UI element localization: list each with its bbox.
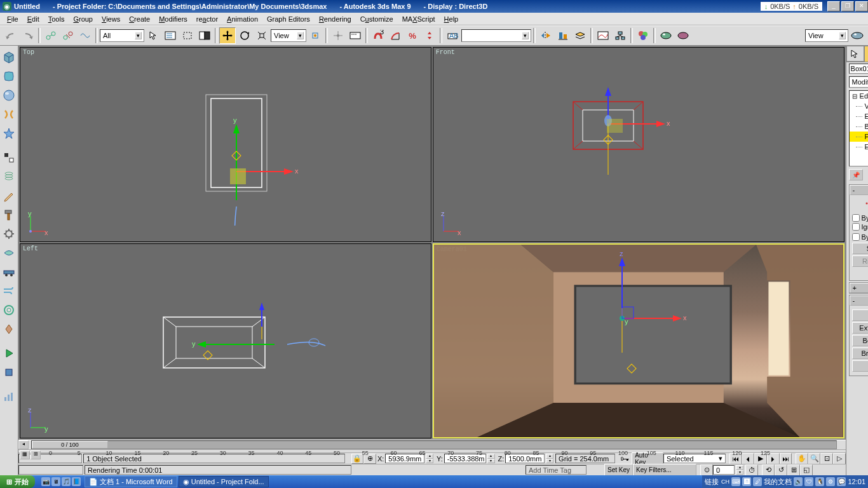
reactor-misc2-icon[interactable] [0,244,18,262]
viewport-nav-orbit[interactable]: ⟲ [762,464,775,476]
frame-spinner[interactable]: ▴▾ [736,465,743,475]
menu-tools[interactable]: Tools [44,14,69,24]
modify-tab[interactable] [864,46,868,62]
menu-views[interactable]: Views [97,14,125,24]
tray-link-label[interactable]: 链接 [705,477,719,487]
bind-spacewarp-button[interactable] [77,27,93,44]
reactor-stop-icon[interactable] [0,363,18,381]
named-selection-dropdown[interactable] [461,29,531,42]
pivot-center-button[interactable] [307,27,323,44]
bridge-button[interactable]: Bridge [852,348,868,359]
start-button[interactable]: ⊞ 开始 [0,475,35,488]
prev-frame-button[interactable]: ⏴ [742,453,755,464]
viewport-left[interactable]: Left yz yz [20,243,431,438]
stack-edge[interactable]: Edge [850,111,868,121]
viewport-top[interactable]: Top xy xy [20,47,431,242]
reactor-misc4-icon[interactable] [0,320,18,338]
stack-polygon[interactable]: Polygon [850,132,868,142]
curve-editor-button[interactable] [595,27,611,44]
menu-file[interactable]: File [3,14,23,24]
menu-rendering[interactable]: Rendering [315,14,356,24]
rotate-button[interactable] [236,27,253,44]
align-button[interactable] [555,27,571,44]
ruler-btn1[interactable]: ▦ [20,451,30,459]
by-vertex-checkbox[interactable] [852,214,860,222]
menu-create[interactable]: Create [125,14,154,24]
time-slider[interactable]: ◂ 0 / 100 [18,440,846,449]
tray-icon[interactable]: 🖊 [753,477,762,486]
tray-icon[interactable]: 🐧 [815,477,824,486]
task-item-3dsmax[interactable]: ◉Untitled - Project Fold... [179,476,269,487]
viewport-nav-zoom-all[interactable]: ⊡ [820,453,833,464]
viewport-nav-pan[interactable]: ✋ [796,453,808,464]
reactor-analyze-icon[interactable] [0,388,18,405]
stack-root[interactable]: Editable Poly [850,91,868,101]
undo-button[interactable] [3,27,19,44]
reactor-gear-icon[interactable] [0,225,18,243]
extrude-button[interactable]: Extrude [852,322,868,334]
unlink-button[interactable] [60,27,76,44]
reactor-car-icon[interactable] [0,263,18,281]
subobj-vertex-icon[interactable] [863,200,868,212]
menu-help[interactable]: Help [440,14,463,24]
modifier-stack[interactable]: Editable Poly Vertex Edge Border Polygon… [849,90,868,166]
time-ruler[interactable]: ▦ ⊞ 051015202530354045505560657075808590… [18,449,846,452]
y-spinner[interactable]: ▴▾ [487,454,495,463]
set-key-button[interactable]: Set Key [604,464,633,477]
task-item-word[interactable]: 📄文档 1 - Microsoft Word [85,476,177,487]
key-mode-dropdown[interactable]: Selected▾ [663,454,726,463]
spinner-snap-button[interactable] [421,27,438,44]
reactor-play-icon[interactable] [0,344,18,362]
time-config-button[interactable]: ⏱ [745,464,758,476]
select-object-button[interactable] [145,27,161,44]
ref-coord-dropdown[interactable]: View [271,29,306,42]
goto-end-button[interactable]: ⏭ [780,453,792,464]
menu-reactor[interactable]: reactor [192,14,222,24]
stack-vertex[interactable]: Vertex [850,101,868,111]
modifier-list-dropdown[interactable]: Modifier List [849,76,868,88]
snap-toggle-button[interactable]: 3 [370,27,386,44]
edit-polygons-header[interactable]: -Edit Polygons [850,295,868,306]
shrink-button[interactable]: Shrink [852,243,868,254]
schematic-view-button[interactable] [612,27,628,44]
key-mode-toggle[interactable]: ⊙ [700,464,713,476]
reactor-rope-icon[interactable] [0,105,18,123]
quicklaunch-icon[interactable]: 🖥 [51,477,60,486]
quicklaunch-icon[interactable]: 📷 [41,477,50,486]
selection-filter-dropdown[interactable]: All [100,29,144,42]
reactor-pencil-icon[interactable] [0,187,18,205]
viewport-nav-fov[interactable]: ▷ [833,453,846,464]
menu-maxscript[interactable]: MAXScript [398,14,440,24]
move-button[interactable] [219,27,236,44]
scale-button[interactable] [254,27,270,44]
reactor-cloth-icon[interactable] [0,67,18,85]
ruler-btn2[interactable]: ⊞ [31,451,41,459]
reactor-sphere-icon[interactable] [0,86,18,104]
manipulate-button[interactable] [330,27,346,44]
stack-border[interactable]: Border [850,121,868,132]
tray-icon[interactable]: 💬 [837,477,846,486]
quicklaunch-icon[interactable]: 🎵 [62,477,71,486]
menu-edit[interactable]: Edit [23,14,44,24]
current-frame-input[interactable]: 0 [713,465,735,475]
z-spinner[interactable]: ▴▾ [546,454,553,463]
time-slider-thumb[interactable]: 0 / 100 [32,441,108,449]
restore-button[interactable]: ❐ [841,1,854,11]
tray-docs-label[interactable]: 我的文档 [764,477,792,487]
tray-icon[interactable]: CH [721,477,729,486]
viewport-nav-maximize[interactable]: ◱ [800,464,813,476]
key-filters-button[interactable]: Key Filters... [633,464,696,477]
menu-graph-editors[interactable]: Graph Editors [262,14,315,24]
layers-button[interactable] [572,27,588,44]
insert-vertex-button[interactable]: Insert Vertex [852,309,868,321]
ring-button[interactable]: Ring▴▾ [852,255,868,267]
view-dropdown-right[interactable]: View [805,29,848,42]
reactor-star-icon[interactable] [0,125,18,142]
tray-icon[interactable]: ⚙ [826,477,835,486]
viewport-nav-zoom[interactable]: 🔍 [808,453,821,464]
quicklaunch-icon[interactable]: 📘 [72,477,81,486]
reactor-cube-icon[interactable] [0,48,18,66]
tray-icon[interactable]: 🅰 [742,477,751,486]
reactor-hammer-icon[interactable] [0,206,18,224]
reactor-spring-icon[interactable] [0,168,18,186]
